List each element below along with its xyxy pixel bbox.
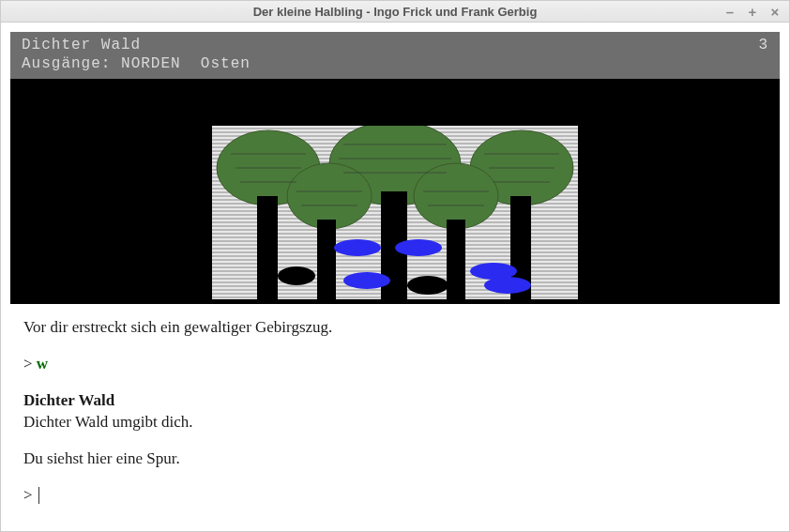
status-bar: Dichter Wald 3 Ausgänge: NORDEN Osten	[10, 32, 780, 78]
command-prompt[interactable]: >	[23, 485, 767, 507]
transcript: Vor dir erstreckt sich ein gewaltiger Ge…	[10, 304, 780, 522]
exits-label: Ausgänge:	[22, 55, 111, 72]
window-controls: – + ×	[723, 1, 782, 22]
minimize-button[interactable]: –	[723, 5, 737, 19]
narrative-intro: Vor dir erstreckt sich ein gewaltiger Ge…	[23, 317, 767, 339]
observation: Du siehst hier eine Spur.	[23, 448, 767, 470]
svg-point-27	[484, 277, 531, 294]
status-room: Dichter Wald	[22, 37, 141, 54]
client-area: Dichter Wald 3 Ausgänge: NORDEN Osten	[1, 23, 789, 531]
room-heading-block: Dichter Wald Dichter Wald umgibt dich.	[23, 390, 767, 433]
svg-point-24	[395, 239, 442, 256]
scene-panel: Dichter Wald 3 Ausgänge: NORDEN Osten	[10, 32, 780, 304]
titlebar[interactable]: Der kleine Halbling - Ingo Frick und Fra…	[1, 1, 789, 23]
room-description: Dichter Wald umgibt dich.	[23, 413, 193, 431]
room-title: Dichter Wald	[23, 391, 114, 409]
forest-illustration	[212, 126, 578, 299]
exit-secondary: Osten	[201, 55, 251, 72]
svg-point-23	[334, 239, 381, 256]
maximize-button[interactable]: +	[746, 5, 759, 19]
status-score: 3	[758, 37, 768, 54]
svg-rect-18	[257, 196, 278, 299]
scene-image	[212, 126, 578, 299]
svg-point-29	[407, 276, 448, 295]
window-title: Der kleine Halbling - Ingo Frick und Fra…	[253, 5, 538, 19]
previous-command: w	[37, 355, 48, 372]
previous-command-line: > w	[23, 354, 767, 375]
prompt-symbol: >	[23, 355, 33, 372]
text-cursor	[38, 487, 39, 504]
svg-rect-22	[447, 220, 465, 299]
close-button[interactable]: ×	[768, 5, 782, 19]
exit-primary: NORDEN	[121, 55, 181, 72]
prompt-symbol-current: >	[23, 485, 33, 507]
svg-point-25	[343, 272, 390, 289]
svg-rect-21	[317, 220, 336, 299]
svg-point-28	[278, 266, 315, 285]
app-window: Der kleine Halbling - Ingo Frick und Fra…	[0, 0, 790, 532]
